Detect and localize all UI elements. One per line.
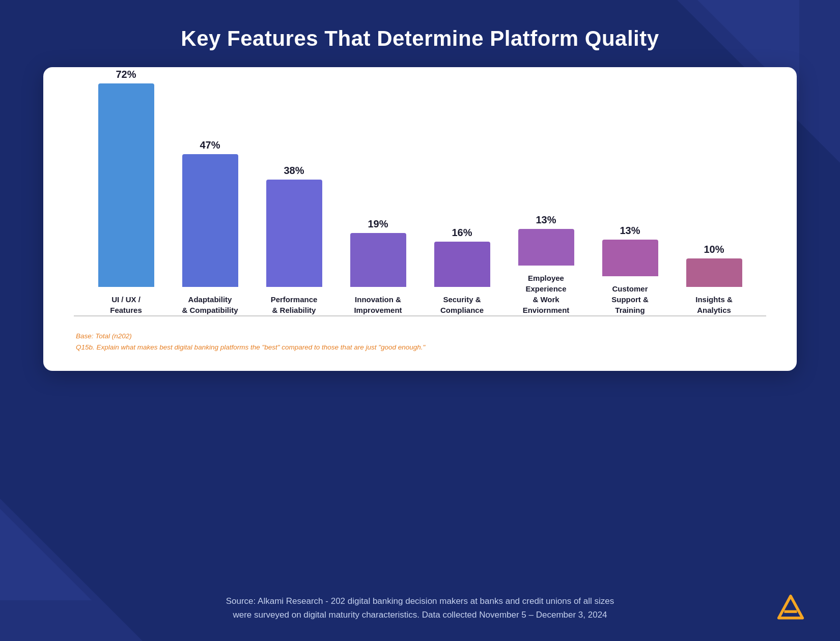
bar-rect-adaptability — [182, 154, 238, 287]
footer-line1: Source: Alkami Research - 202 digital ba… — [0, 594, 840, 608]
bar-value-performance: 38% — [284, 165, 304, 177]
bar-rect-performance — [266, 180, 322, 287]
page-title: Key Features That Determine Platform Qua… — [0, 0, 840, 67]
bar-rect-insights — [686, 258, 742, 287]
footnotes: Base: Total (n202) Q15b. Explain what ma… — [74, 331, 766, 353]
bar-label-insights: Insights &Analytics — [695, 294, 733, 315]
bar-group-performance: 38%Performance& Reliability — [255, 165, 333, 315]
bar-group-adaptability: 47%Adaptability& Compatibility — [171, 139, 249, 315]
bar-label-customer-support: CustomerSupport &Training — [611, 283, 649, 315]
alkami-logo — [777, 594, 804, 624]
bars-container: 72%UI / UX /Features47%Adaptability& Com… — [74, 93, 766, 316]
bar-value-employee: 13% — [536, 214, 556, 226]
svg-marker-0 — [779, 596, 803, 618]
bar-group-insights: 10%Insights &Analytics — [675, 244, 753, 315]
bar-label-adaptability: Adaptability& Compatibility — [182, 294, 238, 315]
bar-label-employee: EmployeeExperience& WorkEnviornment — [523, 273, 570, 315]
bar-rect-security — [434, 242, 490, 287]
chart-area: 72%UI / UX /Features47%Adaptability& Com… — [74, 93, 766, 353]
bar-group-customer-support: 13%CustomerSupport &Training — [591, 225, 669, 315]
bar-value-adaptability: 47% — [200, 139, 220, 151]
bar-value-innovation: 19% — [368, 218, 388, 230]
bar-rect-employee — [518, 229, 574, 266]
bar-label-ui-ux: UI / UX /Features — [110, 294, 142, 315]
chart-card: 72%UI / UX /Features47%Adaptability& Com… — [43, 67, 797, 371]
bg-decoration-bl2 — [0, 509, 92, 600]
footnote-1: Base: Total (n202) — [76, 331, 766, 342]
bar-label-innovation: Innovation &Improvement — [354, 294, 402, 315]
bar-value-ui-ux: 72% — [116, 69, 136, 80]
footer: Source: Alkami Research - 202 digital ba… — [0, 594, 840, 622]
bar-value-security: 16% — [452, 227, 472, 239]
bar-value-insights: 10% — [704, 244, 724, 255]
bar-rect-innovation — [350, 233, 406, 287]
bar-group-ui-ux: 72%UI / UX /Features — [87, 69, 165, 315]
bar-label-security: Security &Compliance — [440, 294, 484, 315]
bar-rect-ui-ux — [98, 83, 154, 287]
bar-group-innovation: 19%Innovation &Improvement — [339, 218, 417, 315]
bar-label-performance: Performance& Reliability — [271, 294, 318, 315]
bar-value-customer-support: 13% — [620, 225, 640, 237]
bar-group-employee: 13%EmployeeExperience& WorkEnviornment — [507, 214, 585, 315]
bar-rect-customer-support — [602, 240, 658, 276]
footer-line2: were surveyed on digital maturity charac… — [0, 608, 840, 622]
footnote-2: Q15b. Explain what makes best digital ba… — [76, 342, 766, 353]
bar-group-security: 16%Security &Compliance — [423, 227, 501, 315]
